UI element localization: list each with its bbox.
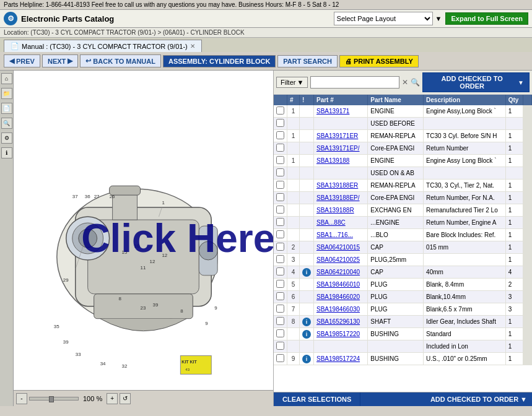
tab-close-icon[interactable]: ✕ <box>190 43 195 50</box>
row-checkbox[interactable] <box>276 342 284 350</box>
row-description: Remanufactured Tier 2 Lo <box>424 204 506 217</box>
part-number-link[interactable]: SBA139188R <box>316 207 354 214</box>
part-search-button[interactable]: PART SEARCH <box>277 55 338 67</box>
row-checkbox[interactable] <box>276 230 284 238</box>
info-icon[interactable]: i <box>302 268 311 277</box>
part-number-link[interactable]: SBA139188ER <box>316 182 358 189</box>
part-number-link[interactable]: SBA198466030 <box>316 306 360 313</box>
filter-clear-icon[interactable]: ✕ <box>402 78 408 87</box>
row-checkbox[interactable] <box>276 354 284 362</box>
svg-text:33: 33 <box>76 352 81 357</box>
part-number-link[interactable]: SBA139188EP/ <box>316 194 360 201</box>
row-checkbox[interactable] <box>276 156 284 164</box>
filter-button[interactable]: Filter ▼ <box>276 77 308 88</box>
row-checkbox[interactable] <box>276 106 284 115</box>
row-checkbox[interactable] <box>276 267 284 275</box>
part-number-link[interactable]: SBA064210040 <box>316 269 360 275</box>
row-part-number: SBA064210025 <box>314 254 368 266</box>
filter-input[interactable] <box>310 76 399 89</box>
row-checkbox[interactable] <box>276 280 284 288</box>
row-checkbox[interactable] <box>276 305 284 313</box>
assembly-button[interactable]: ASSEMBLY: CYLINDER BLOCK <box>163 55 276 67</box>
zoom-reset-button[interactable]: ↺ <box>120 393 131 404</box>
row-number <box>287 229 300 241</box>
row-checkbox[interactable] <box>276 292 284 300</box>
part-number-link[interactable]: SBA...88C <box>316 219 346 226</box>
row-number <box>287 180 300 192</box>
add-order-bottom-label: ADD CHECKED TO ORDER <box>430 396 518 403</box>
zoom-slider[interactable] <box>29 397 79 401</box>
row-checkbox[interactable] <box>276 317 284 325</box>
row-qty: 1 <box>505 254 523 266</box>
row-checkbox[interactable] <box>276 218 284 226</box>
svg-text:23: 23 <box>141 305 146 311</box>
row-info-cell <box>300 279 314 291</box>
page-layout-dropdown[interactable]: Select Page Layout <box>334 12 433 25</box>
row-info-cell <box>300 118 314 130</box>
row-checkbox[interactable] <box>276 255 284 263</box>
prev-button[interactable]: ◀ PREV <box>4 54 40 67</box>
expand-fullscreen-button[interactable]: Expand to Full Screen <box>445 12 528 25</box>
row-checkbox[interactable] <box>276 144 284 152</box>
table-row: SBA...88C...ENGINEReturn Number, Engine … <box>274 217 532 229</box>
row-checkbox[interactable] <box>276 119 284 127</box>
sidebar-home-icon[interactable]: ⌂ <box>1 73 12 84</box>
row-checkbox[interactable] <box>276 168 284 176</box>
next-button[interactable]: NEXT ▶ <box>42 54 78 67</box>
row-info-cell <box>300 192 314 204</box>
info-icon[interactable]: i <box>302 355 311 363</box>
row-number: 2 <box>287 241 300 254</box>
info-icon[interactable]: i <box>302 330 311 339</box>
part-number-link[interactable]: SBA165296130 <box>316 318 360 325</box>
table-row: USED ON & AB <box>274 167 532 180</box>
info-icon[interactable]: i <box>302 318 311 326</box>
add-to-order-button[interactable]: ADD CHECKED TO ORDER ▼ <box>422 72 530 92</box>
part-number-link[interactable]: SBA198466010 <box>316 281 360 288</box>
row-description: Return Number, Engine A <box>424 217 506 229</box>
table-row: iSBA198517220BUSHINGStandard1 <box>274 328 532 340</box>
row-checkbox[interactable] <box>276 243 284 251</box>
part-number-link[interactable]: SBA139171ER <box>316 132 358 139</box>
row-part-number <box>314 118 368 130</box>
add-to-order-bottom-button[interactable]: ADD CHECKED TO ORDER ▼ <box>360 392 532 406</box>
zoom-in-button[interactable]: + <box>107 393 118 404</box>
svg-text:1: 1 <box>162 200 165 206</box>
part-number-link[interactable]: SBA198517220 <box>316 331 360 337</box>
svg-text:43: 43 <box>185 368 190 371</box>
part-number-link[interactable]: SBA139171EP/ <box>316 145 360 152</box>
part-number-link[interactable]: SBA139188 <box>316 157 349 164</box>
part-number-link[interactable]: SBA064210015 <box>316 244 360 251</box>
next-arrow-icon: ▶ <box>68 57 72 65</box>
part-number-link[interactable]: SBA198517224 <box>316 355 360 362</box>
sidebar-doc-icon[interactable]: 📄 <box>1 103 12 114</box>
row-checkbox[interactable] <box>276 329 284 337</box>
part-number-link[interactable]: SBA1...716... <box>316 232 353 238</box>
sidebar-folder-icon[interactable]: 📁 <box>1 88 12 99</box>
row-checkbox[interactable] <box>276 181 284 189</box>
manual-tab[interactable]: 📄 Manual : (TC30) - 3 CYL COMPACT TRACTO… <box>4 40 202 52</box>
zoom-out-button[interactable]: - <box>16 393 27 404</box>
location-bar: Location: (TC30) - 3 CYL COMPACT TRACTOR… <box>0 28 532 38</box>
clear-selections-button[interactable]: CLEAR SELECTIONS <box>274 392 360 406</box>
svg-text:29: 29 <box>63 277 69 283</box>
row-info-cell <box>300 204 314 217</box>
sidebar-info-icon[interactable]: ℹ <box>1 147 12 158</box>
sidebar-gear-icon[interactable]: ⚙ <box>1 132 12 144</box>
table-row: 4iSBA064210040CAP40mm4 <box>274 266 532 279</box>
row-checkbox[interactable] <box>276 131 284 139</box>
assembly-label: ASSEMBLY: CYLINDER BLOCK <box>168 58 270 65</box>
part-search-label: PART SEARCH <box>283 58 332 65</box>
row-checkbox[interactable] <box>276 193 284 201</box>
parts-table-container[interactable]: # ! Part # Part Name Description Qty 1SB… <box>274 95 532 392</box>
row-part-name: BUSHING <box>368 353 424 365</box>
filter-search-icon[interactable]: 🔍 <box>411 78 420 87</box>
part-number-link[interactable]: SBA064210025 <box>316 256 360 263</box>
row-info-cell <box>300 217 314 229</box>
part-number-link[interactable]: SBA198466020 <box>316 293 360 300</box>
row-checkbox[interactable] <box>276 206 284 214</box>
back-to-manual-button[interactable]: ↩ BACK TO MANUAL <box>80 54 161 67</box>
print-assembly-button[interactable]: 🖨 PRINT ASSEMBLY <box>339 55 419 67</box>
sidebar-search-icon[interactable]: 🔍 <box>1 118 12 129</box>
row-part-number: SBA139188ER <box>314 180 368 192</box>
part-number-link[interactable]: SBA139171 <box>316 108 349 115</box>
